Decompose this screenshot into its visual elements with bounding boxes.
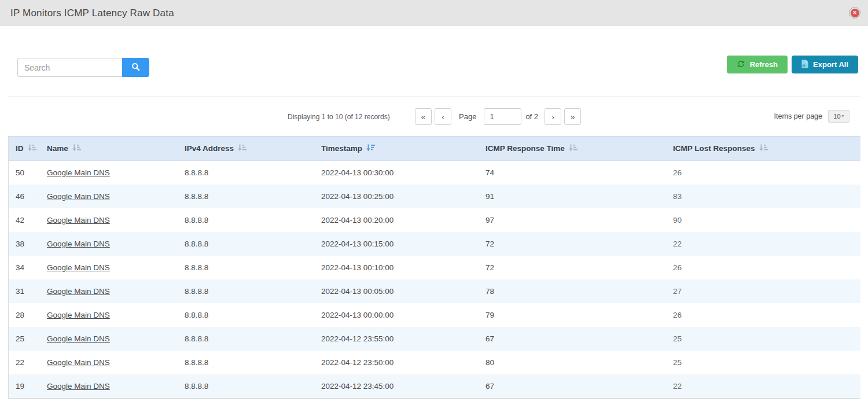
- cell-id: 46: [9, 185, 40, 208]
- column-header-timestamp[interactable]: Timestamp: [314, 137, 479, 161]
- cell-lost_responses: 83: [666, 185, 860, 208]
- refresh-button[interactable]: Refresh: [727, 56, 788, 73]
- records-summary: Displaying 1 to 10 (of 12 records): [288, 113, 390, 121]
- monitor-link[interactable]: Google Main DNS: [47, 240, 110, 248]
- cell-name: Google Main DNS: [40, 374, 178, 398]
- cell-timestamp: 2022-04-12 23:45:00: [314, 374, 479, 398]
- column-header-name[interactable]: Name: [40, 137, 178, 161]
- column-label: ICMP Response Time: [486, 144, 565, 153]
- cell-timestamp: 2022-04-13 00:10:00: [314, 256, 479, 279]
- cell-response_time: 78: [479, 279, 666, 303]
- cell-response_time: 67: [479, 327, 666, 351]
- page-title: IP Monitors ICMP Latency Raw Data: [10, 8, 174, 19]
- column-header-response_time[interactable]: ICMP Response Time: [479, 137, 666, 161]
- column-header-lost_responses[interactable]: ICMP Lost Responses: [666, 137, 860, 161]
- cell-id: 25: [9, 327, 40, 351]
- monitor-link[interactable]: Google Main DNS: [47, 192, 110, 201]
- cell-response_time: 97: [479, 208, 666, 232]
- cell-response_time: 72: [479, 256, 666, 279]
- table-row: 42Google Main DNS8.8.8.82022-04-13 00:20…: [9, 208, 860, 232]
- table-row: 28Google Main DNS8.8.8.82022-04-13 00:00…: [9, 303, 860, 327]
- cell-name: Google Main DNS: [40, 208, 178, 232]
- cell-ip: 8.8.8.8: [178, 327, 314, 351]
- items-per-page-select[interactable]: 10 ▾: [828, 110, 849, 123]
- cell-id: 19: [9, 374, 40, 398]
- column-header-id[interactable]: ID: [9, 137, 40, 161]
- page-count-label: of 2: [525, 112, 538, 121]
- cell-lost_responses: 26: [666, 161, 860, 185]
- cell-timestamp: 2022-04-13 00:25:00: [314, 185, 479, 208]
- cell-timestamp: 2022-04-13 00:30:00: [314, 161, 479, 185]
- monitor-link[interactable]: Google Main DNS: [47, 263, 110, 272]
- cell-ip: 8.8.8.8: [178, 279, 314, 303]
- data-table: ID Name IPv4 Address Timestamp: [8, 136, 860, 399]
- sort-icon: [28, 144, 36, 153]
- monitor-link[interactable]: Google Main DNS: [47, 334, 110, 343]
- cell-lost_responses: 90: [666, 208, 860, 232]
- table-row: 50Google Main DNS8.8.8.82022-04-13 00:30…: [9, 161, 860, 185]
- cell-id: 50: [9, 161, 40, 185]
- table-row: 34Google Main DNS8.8.8.82022-04-13 00:10…: [9, 256, 860, 279]
- pagination-controls: « ‹ Page of 2 › »: [415, 108, 584, 125]
- cell-name: Google Main DNS: [40, 351, 178, 374]
- prev-page-icon: ‹: [442, 112, 444, 122]
- column-label: ICMP Lost Responses: [673, 144, 755, 153]
- cell-name: Google Main DNS: [40, 279, 178, 303]
- file-icon: [801, 60, 808, 70]
- next-page-button[interactable]: ›: [545, 108, 561, 125]
- cell-response_time: 80: [479, 351, 666, 374]
- monitor-link[interactable]: Google Main DNS: [47, 216, 110, 224]
- sort-icon: [759, 144, 768, 153]
- cell-lost_responses: 26: [666, 256, 860, 279]
- cell-lost_responses: 27: [666, 279, 860, 303]
- first-page-button[interactable]: «: [415, 108, 432, 125]
- table-row: 46Google Main DNS8.8.8.82022-04-13 00:25…: [9, 185, 860, 208]
- caret-down-icon: ▾: [842, 114, 844, 119]
- close-button[interactable]: ✕: [849, 7, 860, 19]
- last-page-button[interactable]: »: [564, 108, 581, 125]
- cell-id: 34: [9, 256, 40, 279]
- cell-name: Google Main DNS: [40, 256, 178, 279]
- cell-name: Google Main DNS: [40, 327, 178, 351]
- cell-lost_responses: 25: [666, 327, 860, 351]
- column-label: Timestamp: [321, 144, 362, 153]
- table-row: 19Google Main DNS8.8.8.82022-04-12 23:45…: [9, 374, 860, 398]
- table-row: 31Google Main DNS8.8.8.82022-04-13 00:05…: [9, 279, 860, 303]
- cell-lost_responses: 25: [666, 351, 860, 374]
- cell-id: 42: [9, 208, 40, 232]
- sort-icon: [238, 144, 247, 153]
- column-header-ip[interactable]: IPv4 Address: [178, 137, 314, 161]
- cell-ip: 8.8.8.8: [178, 185, 314, 208]
- cell-ip: 8.8.8.8: [178, 374, 314, 398]
- monitor-link[interactable]: Google Main DNS: [47, 382, 110, 391]
- cell-name: Google Main DNS: [40, 161, 178, 185]
- cell-response_time: 74: [479, 161, 666, 185]
- last-page-icon: »: [571, 112, 575, 122]
- search-button[interactable]: [122, 58, 149, 77]
- page-label: Page: [459, 112, 476, 121]
- cell-lost_responses: 22: [666, 374, 860, 398]
- table-row: 25Google Main DNS8.8.8.82022-04-12 23:55…: [9, 327, 860, 351]
- prev-page-button[interactable]: ‹: [435, 108, 451, 125]
- cell-lost_responses: 26: [666, 303, 860, 327]
- monitor-link[interactable]: Google Main DNS: [47, 168, 110, 177]
- search-input[interactable]: [17, 58, 122, 77]
- monitor-link[interactable]: Google Main DNS: [47, 287, 110, 296]
- export-all-button[interactable]: Export All: [792, 56, 858, 73]
- table-header-row: ID Name IPv4 Address Timestamp: [9, 137, 860, 161]
- sort-icon: [569, 144, 578, 153]
- sort-icon: [72, 144, 81, 153]
- monitor-link[interactable]: Google Main DNS: [47, 358, 110, 367]
- cell-id: 28: [9, 303, 40, 327]
- cell-timestamp: 2022-04-13 00:00:00: [314, 303, 479, 327]
- cell-ip: 8.8.8.8: [178, 351, 314, 374]
- column-label: ID: [16, 144, 24, 153]
- monitor-link[interactable]: Google Main DNS: [47, 311, 110, 319]
- refresh-button-label: Refresh: [750, 60, 778, 69]
- table-row: 22Google Main DNS8.8.8.82022-04-12 23:50…: [9, 351, 860, 374]
- items-per-page-label: Items per page: [774, 112, 822, 120]
- cell-response_time: 91: [479, 185, 666, 208]
- page-number-input[interactable]: [484, 108, 521, 125]
- column-label: IPv4 Address: [185, 144, 234, 153]
- cell-ip: 8.8.8.8: [178, 303, 314, 327]
